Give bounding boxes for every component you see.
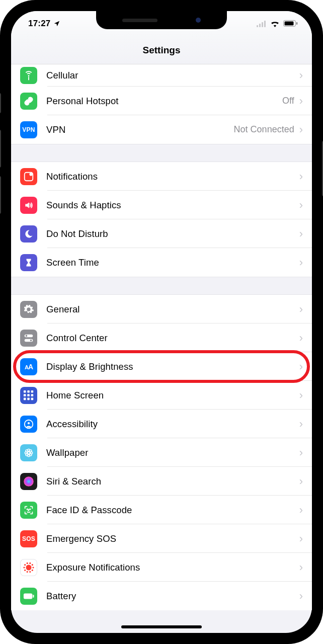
siri-icon: [20, 473, 37, 490]
row-label: Face ID & Passcode: [46, 505, 299, 516]
text-size-icon: AA: [20, 358, 37, 375]
nav-header: Settings: [11, 36, 312, 64]
svg-rect-16: [24, 394, 26, 396]
svg-rect-19: [24, 397, 26, 400]
svg-point-38: [32, 569, 33, 571]
chevron-right-icon: ›: [299, 333, 303, 344]
svg-point-8: [29, 173, 32, 176]
location-icon: [53, 20, 60, 27]
page-title: Settings: [143, 45, 181, 56]
face-id-icon: [20, 502, 37, 519]
chevron-right-icon: ›: [299, 304, 303, 315]
row-control-center[interactable]: Control Center›: [11, 324, 312, 352]
row-label: Exposure Notifications: [46, 562, 299, 573]
svg-point-41: [24, 569, 26, 571]
row-emergency-sos[interactable]: SOSEmergency SOS›: [11, 524, 312, 553]
moon-icon: [20, 225, 37, 243]
row-cellular[interactable]: Cellular›: [11, 64, 312, 87]
speaker-icon: [20, 197, 37, 214]
svg-rect-15: [31, 390, 34, 392]
flower-icon: [20, 444, 37, 461]
status-left: 17:27: [28, 19, 60, 29]
bell-badge-icon: [20, 168, 37, 185]
row-vpn[interactable]: VPNVPNNot Connected›: [11, 115, 312, 144]
settings-group: Cellular›Personal HotspotOff›VPNVPNNot C…: [11, 64, 312, 144]
row-label: Cellular: [46, 70, 299, 81]
sos-text-icon: SOS: [20, 530, 37, 547]
svg-rect-14: [27, 390, 30, 392]
speaker-grille: [122, 19, 157, 22]
chevron-right-icon: ›: [299, 124, 303, 135]
group-spacer: [11, 144, 312, 162]
row-label: Personal Hotspot: [46, 96, 282, 107]
status-right: [257, 20, 298, 27]
row-label: Screen Time: [46, 257, 299, 268]
chevron-right-icon: ›: [299, 171, 303, 182]
chevron-right-icon: ›: [299, 96, 303, 107]
svg-rect-20: [27, 397, 30, 400]
svg-rect-2: [262, 22, 263, 27]
row-label: Control Center: [46, 333, 299, 344]
battery-icon: [20, 588, 37, 605]
svg-rect-21: [31, 397, 34, 400]
row-accessibility[interactable]: Accessibility›: [11, 410, 312, 438]
svg-rect-6: [296, 22, 297, 25]
row-battery[interactable]: Battery›: [11, 582, 312, 610]
svg-rect-3: [264, 21, 266, 27]
svg-rect-1: [259, 24, 261, 27]
chevron-right-icon: ›: [299, 361, 303, 372]
row-do-not-disturb[interactable]: Do Not Disturb›: [11, 219, 312, 248]
row-screen-time[interactable]: Screen Time›: [11, 248, 312, 277]
chevron-right-icon: ›: [299, 257, 303, 268]
switches-icon: [20, 330, 37, 347]
row-home-screen[interactable]: Home Screen›: [11, 381, 312, 410]
status-time: 17:27: [28, 19, 50, 29]
settings-group: Notifications›Sounds & Haptics›Do Not Di…: [11, 162, 312, 277]
row-siri-search[interactable]: Siri & Search›: [11, 467, 312, 496]
row-face-id-passcode[interactable]: Face ID & Passcode›: [11, 496, 312, 524]
row-label: Display & Brightness: [46, 361, 299, 372]
svg-rect-5: [285, 22, 294, 26]
row-label: Do Not Disturb: [46, 228, 299, 239]
row-notifications[interactable]: Notifications›: [11, 162, 312, 191]
notch: [96, 11, 227, 29]
hourglass-icon: [20, 254, 37, 271]
chevron-right-icon: ›: [299, 591, 303, 602]
svg-point-24: [28, 451, 30, 454]
row-label: Wallpaper: [46, 447, 299, 458]
link-icon: [20, 93, 37, 110]
row-detail: Off: [282, 96, 294, 106]
chevron-right-icon: ›: [299, 505, 303, 516]
chevron-right-icon: ›: [299, 562, 303, 573]
person-circle-icon: [20, 416, 37, 433]
svg-point-12: [30, 339, 32, 341]
row-general[interactable]: General›: [11, 295, 312, 324]
chevron-right-icon: ›: [299, 200, 303, 211]
settings-group: General›Control Center›AADisplay & Brigh…: [11, 295, 312, 610]
svg-point-36: [26, 565, 32, 570]
row-sounds-haptics[interactable]: Sounds & Haptics›: [11, 191, 312, 219]
svg-point-45: [29, 562, 31, 564]
device-frame: 17:27: [0, 0, 323, 644]
row-exposure-notifs[interactable]: Exposure Notifications›: [11, 553, 312, 582]
row-personal-hotspot[interactable]: Personal HotspotOff›: [11, 87, 312, 115]
row-display-brightness[interactable]: AADisplay & Brightness›: [11, 352, 312, 381]
row-wallpaper[interactable]: Wallpaper›: [11, 438, 312, 467]
row-label: VPN: [46, 124, 234, 135]
svg-rect-13: [24, 390, 26, 392]
svg-rect-17: [27, 394, 30, 396]
row-label: Battery: [46, 591, 299, 602]
home-indicator[interactable]: [121, 625, 202, 628]
gear-icon: [20, 301, 37, 318]
svg-point-23: [28, 422, 30, 424]
chevron-right-icon: ›: [299, 447, 303, 458]
settings-list[interactable]: Cellular›Personal HotspotOff›VPNVPNNot C…: [11, 64, 312, 633]
cellular-icon: [257, 21, 267, 27]
chevron-right-icon: ›: [299, 419, 303, 430]
volume-down: [0, 176, 1, 214]
svg-rect-48: [33, 595, 34, 598]
chevron-right-icon: ›: [299, 70, 303, 81]
row-label: Siri & Search: [46, 476, 299, 487]
volume-up: [0, 130, 1, 168]
row-label: Home Screen: [46, 390, 299, 401]
